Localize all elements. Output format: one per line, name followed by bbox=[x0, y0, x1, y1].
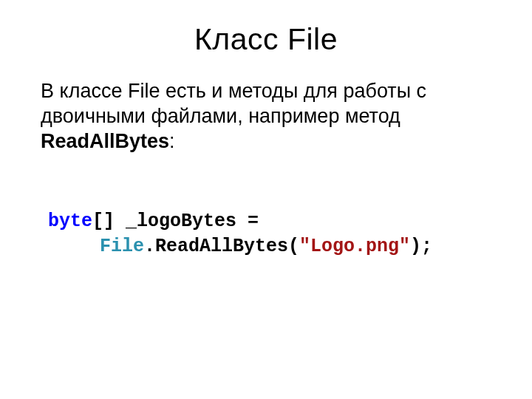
slide-title: Класс File bbox=[41, 22, 491, 57]
body-text-part2: : bbox=[169, 130, 175, 152]
body-text-part1: В классе File есть и методы для работы с… bbox=[41, 80, 426, 127]
code-line-2: File.ReadAllBytes("Logo.png"); bbox=[48, 234, 491, 259]
slide-content: Класс File В классе File есть и методы д… bbox=[0, 0, 532, 259]
code-snippet: byte[] _logoBytes = File.ReadAllBytes("L… bbox=[41, 209, 491, 259]
body-paragraph: В классе File есть и методы для работы с… bbox=[41, 79, 491, 154]
keyword-byte: byte bbox=[48, 211, 92, 232]
code-close: ); bbox=[410, 236, 432, 257]
string-literal: "Logo.png" bbox=[299, 236, 410, 257]
code-call: .ReadAllBytes( bbox=[144, 236, 299, 257]
code-line-1: byte[] _logoBytes = bbox=[48, 209, 491, 234]
class-file: File bbox=[100, 236, 144, 257]
code-decl: [] _logoBytes = bbox=[92, 211, 259, 232]
method-name: ReadAllBytes bbox=[41, 130, 169, 152]
